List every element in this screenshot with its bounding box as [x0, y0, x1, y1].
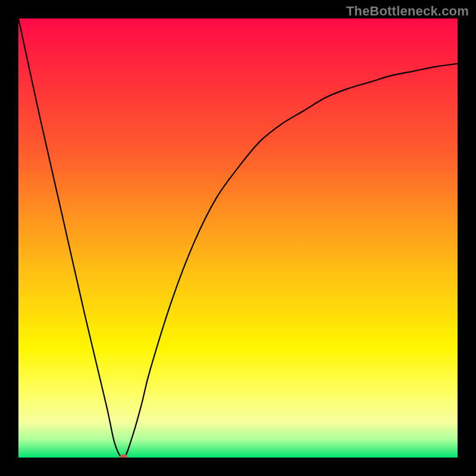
bottleneck-curve [18, 18, 458, 458]
curve-layer [18, 18, 458, 458]
optimal-point-marker [120, 455, 128, 458]
watermark-text: TheBottleneck.com [346, 4, 469, 19]
plot-area [18, 18, 458, 458]
chart-frame: TheBottleneck.com [0, 0, 476, 476]
